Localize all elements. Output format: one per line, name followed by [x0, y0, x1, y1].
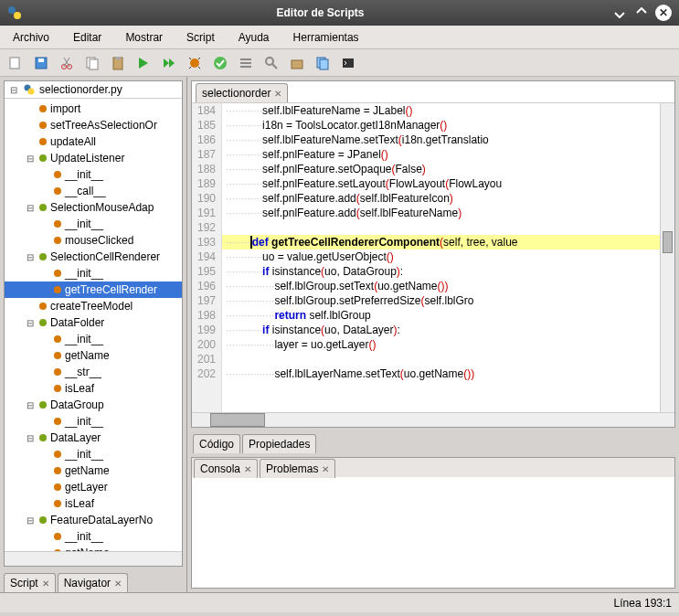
nav-node[interactable]: ⊟DataLayer — [5, 430, 182, 446]
code-line[interactable]: ················self.lblGroup.setPreferr… — [222, 293, 660, 308]
copy-icon[interactable] — [84, 55, 101, 71]
code-line[interactable] — [222, 352, 660, 366]
terminal-icon[interactable] — [340, 55, 356, 71]
menu-script[interactable]: Script — [183, 29, 218, 46]
nav-node[interactable]: __init__ — [5, 446, 182, 462]
nav-node[interactable]: getTreeCellRender — [5, 281, 182, 298]
code-line[interactable]: ············uo = value.getUserObject() — [222, 250, 660, 264]
nav-node[interactable]: __init__ — [5, 528, 182, 545]
green-dot-icon — [39, 401, 47, 409]
orange-dot-icon — [54, 335, 61, 343]
code-line[interactable]: ············self.pnlFeature = JPanel() — [222, 147, 660, 162]
nav-node[interactable]: __init__ — [5, 413, 182, 430]
find-icon[interactable] — [263, 55, 280, 71]
code-line[interactable]: ············i18n = ToolsLocator.getI18nM… — [222, 118, 660, 133]
expander-icon[interactable]: ⊟ — [25, 400, 36, 410]
code-line[interactable]: ············self.lblFeatureName.setText(… — [222, 133, 660, 147]
save-icon[interactable] — [33, 55, 49, 71]
nav-node[interactable]: __call__ — [5, 183, 182, 199]
menu-herramientas[interactable]: Herramientas — [290, 29, 363, 46]
navigator-hscroll[interactable] — [5, 551, 182, 566]
orange-dot-icon — [54, 500, 61, 507]
expander-icon[interactable]: ⊟ — [25, 433, 36, 443]
nav-node[interactable]: ⊟DataGroup — [5, 397, 182, 413]
console-tab[interactable]: Problemas✕ — [260, 459, 335, 478]
nav-node[interactable]: __str__ — [5, 364, 182, 380]
nav-node[interactable]: __init__ — [5, 331, 182, 347]
code-line[interactable] — [222, 220, 660, 235]
left-tab[interactable]: Navigator✕ — [58, 573, 128, 592]
code-line[interactable]: ················self.lblLayerName.setTex… — [222, 366, 660, 381]
nav-node[interactable]: __init__ — [5, 166, 182, 183]
close-button[interactable]: ✕ — [655, 5, 672, 21]
orange-dot-icon — [54, 483, 61, 491]
menu-ayuda[interactable]: Ayuda — [235, 29, 273, 46]
menu-editar[interactable]: Editar — [69, 29, 105, 46]
code-line[interactable]: ············self.pnlFeature.add(self.lbl… — [222, 206, 660, 220]
close-icon[interactable]: ✕ — [244, 464, 251, 474]
nav-node[interactable]: getName — [5, 347, 182, 364]
nav-node[interactable]: ⊟FeatureDataLayerNo — [5, 512, 182, 528]
run-all-icon[interactable] — [161, 55, 177, 71]
editor-hscroll[interactable] — [192, 412, 674, 427]
code-line[interactable]: ············self.lblFeatureName = JLabel… — [222, 103, 660, 118]
mid-tab[interactable]: Código — [193, 434, 240, 453]
minimize-button[interactable] — [611, 5, 628, 21]
cut-icon[interactable] — [58, 55, 75, 71]
expander-icon[interactable]: ⊟ — [25, 252, 36, 262]
code-line[interactable]: ············if isinstance(uo, DataLayer)… — [222, 323, 660, 337]
new-icon[interactable] — [7, 55, 24, 71]
code-line[interactable]: ············self.pnlFeature.add(self.lbl… — [222, 191, 660, 206]
nav-node[interactable]: ⊟SelectionCellRenderer — [5, 249, 182, 265]
expander-icon[interactable]: ⊟ — [25, 318, 36, 328]
close-icon[interactable]: ✕ — [114, 579, 122, 589]
nav-node[interactable]: ⊟DataFolder — [5, 314, 182, 331]
nav-node[interactable]: getName — [5, 545, 182, 551]
nav-node[interactable]: getName — [5, 462, 182, 479]
expander-icon[interactable]: ⊟ — [25, 203, 36, 213]
nav-node[interactable]: createTreeModel — [5, 298, 182, 314]
code-line[interactable]: ················self.lblGroup.setText(uo… — [222, 279, 660, 293]
console-tab[interactable]: Consola✕ — [194, 459, 258, 478]
paste-icon[interactable] — [110, 55, 126, 71]
close-icon[interactable]: ✕ — [274, 89, 281, 99]
nav-node[interactable]: mouseClicked — [5, 232, 182, 249]
close-icon[interactable]: ✕ — [42, 579, 49, 589]
nav-node[interactable]: ⊟SelectionMouseAdap — [5, 199, 182, 216]
nav-node[interactable]: setTreeAsSelectionOr — [5, 117, 182, 133]
nav-node[interactable]: import — [5, 101, 182, 117]
code-line[interactable]: ················layer = uo.getLayer() — [222, 337, 660, 352]
editor-vscroll[interactable] — [660, 103, 674, 412]
package-icon[interactable] — [289, 55, 305, 71]
tree-expander-icon[interactable]: ⊟ — [8, 85, 19, 95]
nav-node[interactable]: ⊟UpdateListener — [5, 150, 182, 166]
left-tab[interactable]: Script✕ — [4, 573, 56, 592]
expander-icon[interactable]: ⊟ — [25, 515, 36, 526]
expander-icon[interactable]: ⊟ — [25, 154, 36, 164]
debug-icon[interactable] — [186, 55, 203, 71]
menu-archivo[interactable]: Archivo — [9, 29, 53, 46]
console-output[interactable] — [191, 477, 675, 589]
orange-dot-icon — [54, 467, 61, 474]
editor-tab[interactable]: selectionorder ✕ — [196, 83, 288, 102]
code-line[interactable]: ················return self.lblGroup — [222, 308, 660, 323]
list-icon[interactable] — [238, 55, 254, 71]
close-icon[interactable]: ✕ — [322, 464, 329, 474]
code-line[interactable]: ············self.pnlFeature.setOpaque(Fa… — [222, 162, 660, 176]
nav-node[interactable]: __init__ — [5, 216, 182, 232]
run-icon[interactable] — [135, 55, 152, 71]
menu-mostrar[interactable]: Mostrar — [122, 29, 166, 46]
nav-node[interactable]: isLeaf — [5, 495, 182, 512]
check-icon[interactable] — [212, 55, 228, 71]
code-line[interactable]: ············self.pnlFeature.setLayout(Fl… — [222, 176, 660, 191]
mid-tab[interactable]: Propiedades — [242, 434, 316, 453]
nav-node[interactable]: getLayer — [5, 479, 182, 495]
code-line[interactable]: ············if isinstance(uo, DataGroup)… — [222, 264, 660, 279]
nav-node[interactable]: isLeaf — [5, 380, 182, 397]
maximize-button[interactable] — [633, 5, 650, 21]
misc-icon[interactable] — [314, 55, 331, 71]
nav-node[interactable]: updateAll — [5, 133, 182, 150]
code-area[interactable]: ············self.lblFeatureName = JLabel… — [222, 103, 660, 412]
code-line[interactable]: ········def getTreeCellRendererComponent… — [222, 235, 660, 250]
nav-node[interactable]: __init__ — [5, 265, 182, 281]
